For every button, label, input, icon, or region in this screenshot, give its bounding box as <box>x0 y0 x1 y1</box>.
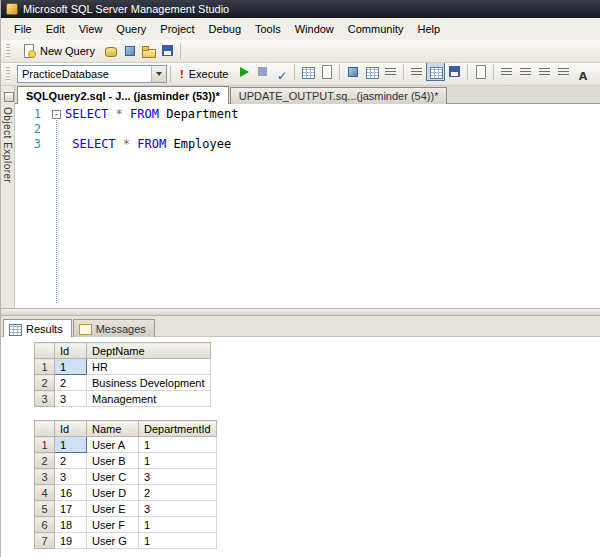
document-tab[interactable]: SQLQuery2.sql - J... (jasminder (53))* <box>17 86 229 104</box>
row-number[interactable]: 2 <box>35 375 55 391</box>
app-icon <box>6 3 18 15</box>
column-header-name[interactable]: Name <box>87 421 139 437</box>
cell[interactable]: 2 <box>55 375 87 391</box>
uncomment-icon[interactable] <box>516 63 535 81</box>
cell[interactable]: 1 <box>55 359 87 375</box>
cell[interactable]: 19 <box>55 533 87 549</box>
menu-tools[interactable]: Tools <box>248 19 288 39</box>
cell[interactable]: User C <box>87 469 139 485</box>
cell[interactable]: 18 <box>55 517 87 533</box>
line-number-gutter: 123 <box>15 104 49 308</box>
save-icon[interactable] <box>158 41 177 60</box>
row-number[interactable]: 5 <box>35 501 55 517</box>
debug-icon[interactable] <box>234 63 253 81</box>
cell[interactable]: User A <box>87 437 139 453</box>
cell[interactable]: 3 <box>55 469 87 485</box>
sqlcmd-mode-icon[interactable] <box>471 63 490 81</box>
column-header-departmentid[interactable]: DepartmentId <box>139 421 217 437</box>
menu-debug[interactable]: Debug <box>202 19 248 39</box>
object-explorer-tab[interactable]: Object Explorer <box>2 107 13 183</box>
results-to-text-icon[interactable] <box>407 63 426 81</box>
tab-results[interactable]: Results <box>3 319 72 337</box>
toolbar-gripper[interactable] <box>6 67 10 82</box>
comment-out-icon[interactable] <box>497 63 516 81</box>
messages-tab-label: Messages <box>96 323 146 335</box>
results-to-file-icon <box>447 64 463 80</box>
cancel-query-icon[interactable] <box>253 63 272 81</box>
menu-query[interactable]: Query <box>109 19 153 39</box>
cell[interactable]: 2 <box>139 485 217 501</box>
dropdown-arrow-icon[interactable] <box>151 66 166 82</box>
cell[interactable]: User E <box>87 501 139 517</box>
intellisense-enabled-icon <box>345 64 361 80</box>
menu-community[interactable]: Community <box>341 19 411 39</box>
cell[interactable]: User G <box>87 533 139 549</box>
cell[interactable]: 3 <box>139 501 217 517</box>
include-client-statistics-icon[interactable] <box>381 63 400 81</box>
cell[interactable]: 1 <box>55 437 87 453</box>
code-line[interactable]: SELECT * FROM Department <box>65 107 600 122</box>
column-header-deptname[interactable]: DeptName <box>87 343 211 359</box>
row-number[interactable]: 3 <box>35 469 55 485</box>
font-icon[interactable]: A <box>573 67 592 86</box>
results-to-grid-icon[interactable] <box>426 63 445 81</box>
column-header-id[interactable]: Id <box>55 343 87 359</box>
menu-project[interactable]: Project <box>153 19 201 39</box>
include-actual-plan-icon[interactable] <box>362 63 381 81</box>
cell[interactable]: User D <box>87 485 139 501</box>
new-query-button[interactable]: New Query <box>15 41 101 61</box>
row-number[interactable]: 1 <box>35 359 55 375</box>
code-area[interactable]: SELECT * FROM Department SELECT * FROM E… <box>49 104 600 308</box>
cell[interactable]: 16 <box>55 485 87 501</box>
row-number[interactable]: 2 <box>35 453 55 469</box>
increase-indent-icon[interactable] <box>554 63 573 81</box>
cell[interactable]: User B <box>87 453 139 469</box>
cell[interactable]: User F <box>87 517 139 533</box>
execute-button[interactable]: ! Execute <box>174 64 234 84</box>
row-number[interactable]: 1 <box>35 437 55 453</box>
cell[interactable]: HR <box>87 359 211 375</box>
toolbar-gripper[interactable] <box>6 44 10 59</box>
query-options-icon[interactable] <box>317 63 336 81</box>
cell[interactable]: 1 <box>139 517 217 533</box>
analysis-services-query-icon[interactable] <box>120 41 139 60</box>
row-number[interactable]: 7 <box>35 533 55 549</box>
parse-icon[interactable]: ✓ <box>272 66 291 85</box>
results-to-file-icon[interactable] <box>445 63 464 81</box>
include-actual-plan-icon <box>364 64 380 80</box>
cell[interactable]: 3 <box>139 469 217 485</box>
code-line[interactable] <box>65 122 600 137</box>
outline-collapse-icon[interactable]: - <box>52 110 61 119</box>
menu-view[interactable]: View <box>72 19 110 39</box>
menu-help[interactable]: Help <box>410 19 447 39</box>
row-number[interactable]: 3 <box>35 391 55 407</box>
cell[interactable]: Business Development <box>87 375 211 391</box>
open-file-icon[interactable] <box>139 41 158 60</box>
row-number[interactable]: 4 <box>35 485 55 501</box>
row-number[interactable]: 6 <box>35 517 55 533</box>
cell[interactable]: 1 <box>139 453 217 469</box>
code-line[interactable]: SELECT * FROM Employee <box>65 137 600 152</box>
tab-messages[interactable]: Messages <box>73 319 155 337</box>
menu-edit[interactable]: Edit <box>39 19 72 39</box>
cell[interactable]: 2 <box>55 453 87 469</box>
menu-file[interactable]: File <box>7 19 39 39</box>
available-databases-combobox[interactable]: PracticeDatabase <box>17 65 167 83</box>
intellisense-enabled-icon[interactable] <box>343 63 362 81</box>
column-header-id[interactable]: Id <box>55 421 87 437</box>
cell[interactable]: Management <box>87 391 211 407</box>
sql-editor[interactable]: - 123 SELECT * FROM Department SELECT * … <box>15 104 600 308</box>
database-engine-query-icon[interactable] <box>101 41 120 60</box>
document-tab[interactable]: UPDATE_OUTPUT.sq...(jasminder (54))* <box>230 87 448 104</box>
corner-cell[interactable] <box>35 343 55 359</box>
cell[interactable]: 17 <box>55 501 87 517</box>
pane-splitter[interactable] <box>1 308 600 316</box>
cell[interactable]: 1 <box>139 437 217 453</box>
cell[interactable]: 1 <box>139 533 217 549</box>
corner-cell[interactable] <box>35 421 55 437</box>
menu-window[interactable]: Window <box>288 19 341 39</box>
decrease-indent-icon[interactable] <box>535 63 554 81</box>
display-estimated-plan-icon[interactable] <box>298 63 317 81</box>
cell[interactable]: 3 <box>55 391 87 407</box>
sqlcmd-mode-icon <box>473 64 489 80</box>
